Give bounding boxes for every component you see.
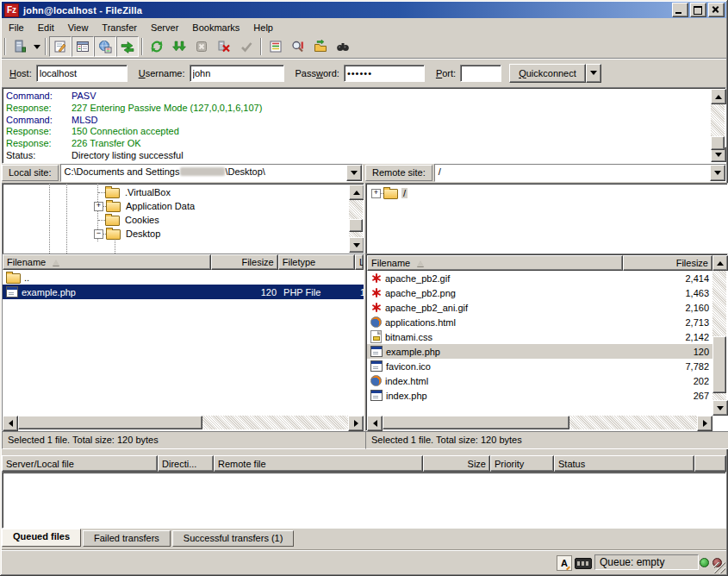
scroll-thumb[interactable] xyxy=(711,136,725,150)
tree-item-virtualbox[interactable]: .VirtualBox xyxy=(98,185,331,199)
minimize-button[interactable] xyxy=(672,3,688,17)
column-header-status[interactable]: Status xyxy=(554,455,694,472)
scroll-down-button[interactable] xyxy=(349,237,364,253)
scroll-right-button[interactable] xyxy=(697,416,712,431)
tree-item-cookies[interactable]: Cookies xyxy=(98,213,331,227)
quickconnect-button[interactable]: Quickconnect xyxy=(509,64,586,83)
column-header-filetype[interactable]: Filetype xyxy=(278,254,355,270)
column-header-filename[interactable]: Filename xyxy=(3,254,211,270)
port-input[interactable] xyxy=(460,65,501,82)
menu-bookmarks[interactable]: Bookmarks xyxy=(185,21,246,34)
local-path-combobox[interactable]: C:\Documents and Settings\Desktop\ xyxy=(60,164,363,182)
scroll-down-button[interactable] xyxy=(712,400,728,416)
title-bar[interactable]: Fz john@localhost - FileZilla xyxy=(2,2,726,18)
local-path-dropdown[interactable] xyxy=(346,165,362,181)
column-header-filesize[interactable]: Filesize xyxy=(623,255,712,271)
toggle-message-log-button[interactable] xyxy=(49,36,72,57)
scroll-up-button[interactable] xyxy=(349,185,364,200)
refresh-button[interactable] xyxy=(146,36,168,57)
collapse-icon[interactable]: − xyxy=(94,229,103,239)
menu-edit[interactable]: Edit xyxy=(31,21,61,34)
password-input[interactable] xyxy=(344,65,425,82)
site-manager-dropdown[interactable] xyxy=(31,37,42,56)
tab-queued-files[interactable]: Queued files xyxy=(2,529,81,547)
file-row[interactable]: favicon.ico 7,782 xyxy=(367,359,712,373)
scroll-track[interactable] xyxy=(18,416,348,429)
filter-button[interactable] xyxy=(264,36,287,57)
file-row[interactable]: bitnami.css 2,142 xyxy=(367,329,712,344)
remote-path-combobox[interactable]: / xyxy=(434,164,726,182)
scroll-left-button[interactable] xyxy=(3,416,18,431)
process-queue-button[interactable] xyxy=(168,36,190,57)
menu-file[interactable]: File xyxy=(2,21,31,34)
scroll-right-button[interactable] xyxy=(348,416,364,431)
file-row[interactable]: applications.html 2,713 xyxy=(367,315,712,329)
username-input[interactable] xyxy=(190,65,284,82)
file-row[interactable]: apache_pb2.png 1,463 xyxy=(367,285,712,300)
file-row[interactable]: apache_pb2.gif 2,414 xyxy=(367,271,712,285)
tree-item-root[interactable]: + / xyxy=(371,186,544,200)
toggle-remote-tree-button[interactable] xyxy=(94,36,116,57)
scroll-thumb[interactable] xyxy=(18,416,202,429)
log-scrollbar[interactable] xyxy=(711,89,725,162)
local-path-value[interactable]: C:\Documents and Settings\Desktop\ xyxy=(61,165,346,181)
expand-icon[interactable]: + xyxy=(371,189,381,198)
menu-transfer[interactable]: Transfer xyxy=(95,21,144,34)
scroll-track[interactable] xyxy=(711,104,725,147)
synchronized-browsing-button[interactable] xyxy=(309,36,332,57)
column-header-filename[interactable]: Filename xyxy=(367,255,623,271)
maximize-button[interactable] xyxy=(690,3,706,17)
toggle-transfer-queue-button[interactable] xyxy=(116,36,139,57)
column-header-filesize[interactable]: Filesize xyxy=(211,254,278,270)
column-header-server-local-file[interactable]: Server/Local file xyxy=(2,455,158,472)
file-row[interactable]: index.php 267 xyxy=(367,388,712,402)
scroll-track[interactable] xyxy=(383,416,697,429)
file-row-parent-dir[interactable]: .. xyxy=(3,270,364,285)
scroll-left-button[interactable] xyxy=(367,416,383,431)
disconnect-button[interactable] xyxy=(213,36,235,57)
menu-view[interactable]: View xyxy=(61,21,96,34)
remote-vertical-scrollbar[interactable] xyxy=(712,255,726,416)
toggle-local-tree-button[interactable] xyxy=(72,36,94,57)
scroll-track[interactable] xyxy=(349,200,363,237)
site-manager-button[interactable] xyxy=(9,36,31,57)
scroll-track[interactable] xyxy=(712,271,726,400)
scroll-up-button[interactable] xyxy=(711,89,726,104)
host-input[interactable] xyxy=(36,65,128,82)
column-header-priority[interactable]: Priority xyxy=(490,455,554,472)
transfer-type-indicator-icon[interactable]: A xyxy=(557,555,572,571)
encryption-indicator-icon[interactable] xyxy=(575,558,592,569)
close-button[interactable] xyxy=(708,3,725,17)
scroll-up-button[interactable] xyxy=(712,255,728,271)
tab-failed-transfers[interactable]: Failed transfers xyxy=(83,530,171,547)
column-header-empty[interactable] xyxy=(694,455,726,472)
column-header-direction[interactable]: Directi... xyxy=(158,455,214,472)
column-header-last-modified[interactable]: L xyxy=(355,254,364,270)
local-tree-scrollbar[interactable] xyxy=(349,185,363,253)
remote-path-dropdown[interactable] xyxy=(710,165,725,181)
local-horizontal-scrollbar[interactable] xyxy=(3,416,364,429)
tab-successful-transfers[interactable]: Successful transfers (1) xyxy=(172,530,295,547)
scroll-thumb[interactable] xyxy=(712,336,726,393)
file-row-selected[interactable]: example.php 120 xyxy=(367,344,712,359)
file-row-example-php[interactable]: example.php 120 PHP File 1 xyxy=(3,285,364,299)
scroll-thumb[interactable] xyxy=(383,416,569,429)
menu-help[interactable]: Help xyxy=(246,21,280,34)
tree-item-desktop[interactable]: − Desktop xyxy=(94,227,327,241)
column-header-size[interactable]: Size xyxy=(423,455,490,472)
menu-server[interactable]: Server xyxy=(144,21,185,34)
column-header-remote-file[interactable]: Remote file xyxy=(214,455,423,472)
remote-horizontal-scrollbar[interactable] xyxy=(367,416,712,429)
reconnect-button[interactable] xyxy=(235,36,258,57)
find-files-button[interactable] xyxy=(332,36,354,57)
quickconnect-dropdown[interactable] xyxy=(586,64,601,83)
directory-comparison-button[interactable] xyxy=(287,36,309,57)
expand-icon[interactable]: + xyxy=(94,202,103,211)
cancel-operation-button[interactable] xyxy=(190,36,213,57)
remote-path-value[interactable]: / xyxy=(435,165,710,181)
tree-item-application-data[interactable]: + Application Data xyxy=(94,199,327,213)
resize-grip[interactable] xyxy=(714,562,725,573)
file-row[interactable]: index.html 202 xyxy=(367,373,712,388)
file-row[interactable]: apache_pb2_ani.gif 2,160 xyxy=(367,300,712,315)
scroll-thumb[interactable] xyxy=(349,219,363,232)
